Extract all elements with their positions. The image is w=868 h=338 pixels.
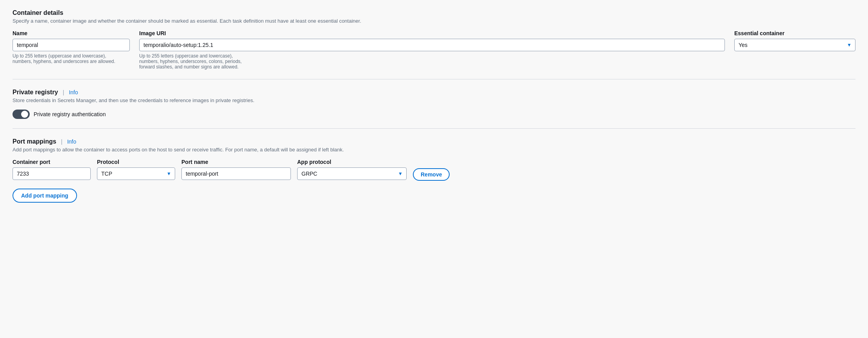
- app-protocol-field-group: App protocol GRPC HTTP HTTP2 ▼: [297, 159, 407, 180]
- app-protocol-select-wrapper: GRPC HTTP HTTP2 ▼: [297, 167, 407, 180]
- essential-container-field-group: Essential container Yes No ▼: [734, 30, 855, 70]
- essential-label: Essential container: [734, 30, 855, 36]
- app-protocol-label: App protocol: [297, 159, 407, 165]
- name-input[interactable]: [13, 39, 130, 51]
- divider-2: [13, 128, 855, 129]
- image-uri-hint: Up to 255 letters (uppercase and lowerca…: [139, 53, 249, 70]
- add-port-mapping-button[interactable]: Add port mapping: [13, 189, 77, 203]
- port-mappings-section: Port mappings | Info Add port mappings t…: [13, 138, 855, 203]
- port-name-label: Port name: [181, 159, 291, 165]
- private-registry-section: Private registry | Info Store credential…: [13, 89, 855, 119]
- essential-select[interactable]: Yes No: [734, 39, 855, 51]
- protocol-select[interactable]: TCP UDP: [97, 167, 175, 180]
- divider-1: [13, 79, 855, 79]
- name-field-group: Name Up to 255 letters (uppercase and lo…: [13, 30, 130, 70]
- toggle-knob: [21, 111, 28, 118]
- name-hint: Up to 255 letters (uppercase and lowerca…: [13, 53, 122, 64]
- port-mappings-desc: Add port mappings to allow the container…: [13, 147, 404, 153]
- image-uri-input[interactable]: [139, 39, 725, 51]
- toggle-row: Private registry authentication: [13, 110, 855, 119]
- container-port-field-group: Container port: [13, 159, 91, 180]
- port-mappings-title: Port mappings: [13, 138, 56, 145]
- protocol-field-group: Protocol TCP UDP ▼: [97, 159, 175, 180]
- protocol-select-wrapper: TCP UDP ▼: [97, 167, 175, 180]
- image-uri-field-group: Image URI Up to 255 letters (uppercase a…: [139, 30, 725, 70]
- private-registry-desc: Store credentials in Secrets Manager, an…: [13, 97, 404, 103]
- port-name-field-group: Port name: [181, 159, 291, 180]
- protocol-label: Protocol: [97, 159, 175, 165]
- container-details-section: Container details Specify a name, contai…: [13, 9, 855, 70]
- add-port-mapping-container: Add port mapping: [13, 181, 855, 203]
- remove-button-container: Remove: [413, 159, 855, 181]
- toggle-label: Private registry authentication: [34, 111, 106, 117]
- container-port-input[interactable]: [13, 167, 91, 180]
- private-registry-toggle[interactable]: [13, 110, 30, 119]
- container-port-label: Container port: [13, 159, 91, 165]
- container-details-desc: Specify a name, container image and whet…: [13, 18, 404, 24]
- port-name-input[interactable]: [181, 167, 291, 180]
- pipe-2: |: [61, 138, 63, 145]
- private-registry-heading: Private registry | Info: [13, 89, 855, 96]
- image-uri-label: Image URI: [139, 30, 725, 36]
- container-details-title: Container details: [13, 9, 855, 16]
- essential-select-wrapper: Yes No ▼: [734, 39, 855, 51]
- private-registry-info-link[interactable]: Info: [69, 89, 78, 95]
- port-mappings-info-link[interactable]: Info: [67, 138, 76, 145]
- app-protocol-select[interactable]: GRPC HTTP HTTP2: [297, 167, 407, 180]
- port-mappings-heading: Port mappings | Info: [13, 138, 855, 145]
- pipe-1: |: [63, 89, 65, 95]
- port-mappings-grid: Container port Protocol TCP UDP ▼ Port n…: [13, 159, 855, 181]
- name-label: Name: [13, 30, 130, 36]
- private-registry-title: Private registry: [13, 89, 58, 96]
- remove-button[interactable]: Remove: [413, 168, 450, 181]
